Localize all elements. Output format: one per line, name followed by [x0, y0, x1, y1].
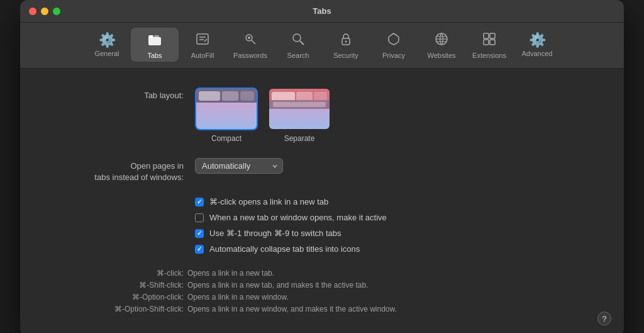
general-label: General [94, 50, 119, 57]
shortcut-key-1: ⌘-Shift-click: [45, 281, 184, 290]
svg-rect-19 [490, 33, 495, 38]
open-pages-label: Open pages intabs instead of windows: [45, 157, 184, 183]
checkbox-new-tab-active[interactable] [195, 213, 204, 222]
tab-autofill[interactable]: AutoFill [179, 28, 226, 62]
svg-point-10 [293, 34, 301, 42]
shortcut-key-3: ⌘-Option-Shift-click: [45, 305, 184, 313]
tab-advanced[interactable]: ⚙️ Advanced [513, 28, 561, 62]
titlebar: Tabs [20, 0, 624, 23]
svg-point-9 [248, 37, 250, 39]
minimize-button[interactable] [41, 8, 48, 15]
search-label: Search [287, 52, 309, 59]
privacy-icon [386, 31, 401, 49]
search-icon [291, 31, 306, 49]
safari-preferences-window: Tabs ⚙️ General Tabs [20, 0, 624, 333]
svg-line-8 [252, 40, 255, 44]
compact-tab-2 [222, 91, 238, 101]
separate-tab-1 [272, 92, 295, 100]
compact-preview [195, 87, 258, 130]
tab-layout-label: Tab layout: [45, 87, 184, 101]
websites-icon [434, 31, 449, 49]
checkbox-cmd-switch-label: Use ⌘-1 through ⌘-9 to switch tabs [209, 229, 341, 238]
shortcut-key-2: ⌘-Option-click: [45, 293, 184, 302]
websites-label: Websites [427, 52, 455, 59]
compact-label: Compact [211, 134, 242, 143]
svg-line-6 [204, 39, 207, 42]
security-label: Security [333, 52, 358, 59]
maximize-button[interactable] [53, 8, 60, 15]
separate-preview [268, 87, 331, 130]
autofill-icon [195, 31, 210, 49]
traffic-lights [29, 8, 60, 15]
autofill-label: AutoFill [191, 52, 214, 59]
open-pages-dropdown[interactable]: Automatically Always Never [195, 158, 283, 174]
shortcut-row-0: ⌘-click: Opens a link in a new tab. [45, 269, 599, 278]
extensions-icon [482, 31, 497, 49]
checkbox-row-0: ⌘-click opens a link in a new tab [195, 197, 599, 206]
checkbox-row-2: Use ⌘-1 through ⌘-9 to switch tabs [195, 229, 599, 238]
addr-field [273, 102, 326, 107]
compact-tab-3 [240, 91, 254, 101]
tab-extensions[interactable]: Extensions [465, 28, 513, 62]
advanced-icon: ⚙️ [529, 33, 546, 47]
checkbox-cmd-click-label: ⌘-click opens a link in a new tab [209, 197, 328, 206]
advanced-label: Advanced [522, 50, 553, 57]
shortcut-desc-3: Opens a link in a new window, and makes … [187, 305, 574, 313]
separate-inner [269, 89, 330, 129]
content-area: Tab layout: [20, 69, 624, 333]
close-button[interactable] [29, 8, 36, 15]
shortcut-row-1: ⌘-Shift-click: Opens a link in a new tab… [45, 281, 599, 290]
shortcut-desc-2: Opens a link in a new window. [187, 293, 574, 302]
window-title: Tabs [313, 6, 331, 16]
checkbox-row-1: When a new tab or window opens, make it … [195, 213, 599, 222]
tab-websites[interactable]: Websites [418, 28, 465, 62]
passwords-icon [243, 31, 258, 49]
tab-tabs[interactable]: Tabs [131, 28, 179, 62]
help-button[interactable]: ? [597, 312, 611, 325]
shortcuts-section: ⌘-click: Opens a link in a new tab. ⌘-Sh… [45, 269, 599, 313]
tabs-label: Tabs [147, 52, 162, 59]
shortcut-row-2: ⌘-Option-click: Opens a link in a new wi… [45, 293, 599, 302]
extensions-label: Extensions [472, 52, 506, 59]
shortcut-key-0: ⌘-click: [45, 269, 184, 278]
svg-point-13 [345, 41, 347, 43]
tab-layout-options: Compact [195, 87, 599, 143]
tab-security[interactable]: Security [322, 28, 370, 62]
tab-layout-control: Compact [195, 87, 599, 143]
passwords-label: Passwords [233, 52, 267, 59]
shortcut-desc-0: Opens a link in a new tab. [187, 269, 574, 278]
open-pages-row: Open pages intabs instead of windows: Au… [45, 157, 599, 183]
tab-search[interactable]: Search [274, 28, 322, 62]
tab-general[interactable]: ⚙️ General [83, 28, 131, 62]
separate-label: Separate [284, 134, 315, 143]
security-icon [338, 31, 353, 49]
checkbox-cmd-click[interactable] [195, 198, 204, 206]
shortcut-row-3: ⌘-Option-Shift-click: Opens a link in a … [45, 305, 599, 313]
separate-option[interactable]: Separate [268, 87, 331, 143]
tab-passwords[interactable]: Passwords [226, 28, 274, 62]
checkbox-collapse-titles[interactable] [195, 245, 204, 254]
checkbox-collapse-titles-label: Automatically collapse tab titles into i… [209, 244, 360, 254]
compact-inner [196, 89, 257, 129]
svg-rect-2 [154, 35, 159, 38]
shortcut-desc-1: Opens a link in a new tab, and makes it … [187, 281, 574, 290]
compact-toolbar [196, 89, 257, 103]
toolbar: ⚙️ General Tabs AutoF [20, 23, 624, 69]
compact-tab-1 [199, 91, 220, 101]
svg-rect-21 [490, 40, 495, 45]
svg-rect-20 [484, 40, 489, 45]
separate-tab-2 [296, 92, 313, 100]
compact-option[interactable]: Compact [195, 87, 258, 143]
checkbox-row-3: Automatically collapse tab titles into i… [195, 244, 599, 254]
tab-privacy[interactable]: Privacy [370, 28, 418, 62]
checkbox-cmd-switch[interactable] [195, 229, 204, 238]
open-pages-control: Automatically Always Never [195, 157, 599, 174]
separate-tab-bar [269, 89, 330, 100]
checkbox-new-tab-active-label: When a new tab or window opens, make it … [209, 213, 387, 222]
tabs-icon [147, 31, 162, 49]
separate-tab-3 [314, 92, 327, 100]
privacy-label: Privacy [382, 52, 405, 59]
separate-addr-bar [269, 100, 330, 109]
svg-rect-1 [148, 35, 153, 38]
tab-layout-row: Tab layout: [45, 87, 599, 143]
